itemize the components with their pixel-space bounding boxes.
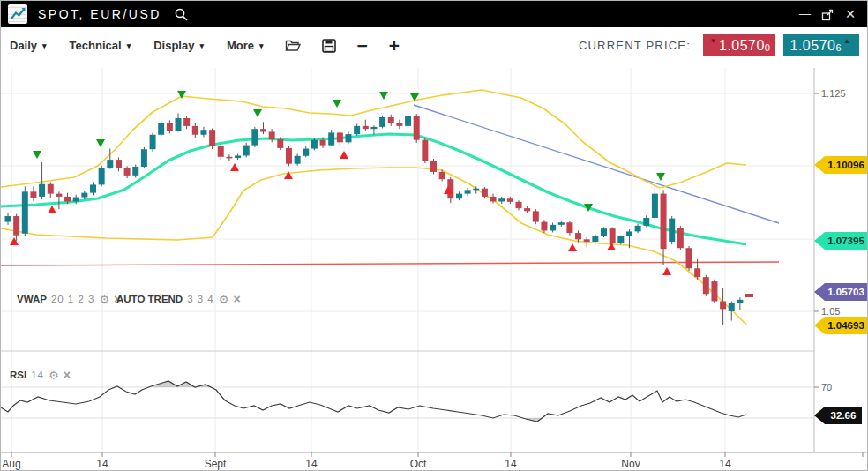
ask-price-button[interactable]: 1.0570 6 ▲: [783, 34, 859, 56]
close-icon[interactable]: ×: [64, 368, 71, 382]
svg-text:1.125: 1.125: [821, 88, 846, 99]
minimize-button[interactable]: —: [793, 1, 816, 27]
price-up-icon: ▲: [843, 37, 850, 45]
bid-pip: 0: [765, 42, 771, 53]
svg-text:14: 14: [305, 458, 318, 470]
restore-button[interactable]: [816, 1, 839, 27]
vwap-indicator-label: VWAP 20 1 2 3 ⚙ ×: [17, 292, 121, 306]
svg-text:Nov: Nov: [621, 458, 640, 470]
svg-text:1.04693: 1.04693: [827, 320, 864, 331]
toolbar: Daily ▾ Technical ▾ Display ▾ More ▾: [1, 27, 867, 64]
gear-icon[interactable]: ⚙: [99, 293, 109, 306]
trade-signals: [10, 91, 671, 275]
svg-text:1.05: 1.05: [821, 306, 840, 317]
chevron-down-icon: ▾: [199, 41, 204, 50]
svg-text:32.66: 32.66: [831, 410, 857, 421]
chevron-down-icon: ▾: [42, 41, 47, 50]
current-price-label: CURRENT PRICE:: [579, 39, 691, 52]
bid-value: 1.0570: [719, 38, 765, 54]
app-logo-icon: [8, 4, 27, 24]
rsi-indicator-label: RSI 14 ⚙ ×: [10, 368, 71, 382]
svg-text:14: 14: [96, 458, 108, 470]
auto-trend-indicator-label: AUTO TREND 3 3 4 ⚙ ×: [116, 292, 241, 306]
window-title: SPOT, EUR/USD: [38, 7, 161, 21]
zoom-in-icon[interactable]: +: [389, 37, 400, 55]
menu-display[interactable]: Display ▾: [153, 39, 204, 52]
svg-text:14: 14: [719, 458, 731, 470]
svg-text:Aug: Aug: [2, 458, 20, 470]
save-icon[interactable]: [322, 39, 336, 53]
open-folder-icon[interactable]: [285, 39, 301, 52]
ask-pip: 6: [835, 42, 842, 53]
svg-text:Sept: Sept: [205, 458, 227, 470]
zoom-out-icon[interactable]: −: [357, 37, 368, 55]
menu-daily[interactable]: Daily ▾: [10, 39, 47, 52]
chevron-down-icon: ▾: [259, 41, 264, 50]
svg-text:1.10096: 1.10096: [827, 160, 864, 170]
close-button[interactable]: ×: [839, 1, 862, 27]
chevron-down-icon: ▾: [127, 41, 131, 50]
menu-more[interactable]: More ▾: [227, 39, 264, 52]
price-chart-canvas[interactable]: 1.1251.0570Aug14Sept14Oct14Nov141.100961…: [1, 64, 868, 471]
svg-text:14: 14: [505, 458, 517, 470]
bid-price-button[interactable]: ▼ 1.0570 0: [703, 34, 775, 56]
gear-icon[interactable]: ⚙: [219, 293, 229, 306]
ask-value: 1.0570: [790, 38, 836, 54]
axes: 1.1251.0570Aug14Sept14Oct14Nov14: [1, 68, 868, 470]
svg-text:Oct: Oct: [410, 458, 427, 470]
search-icon[interactable]: [174, 7, 189, 22]
title-bar: SPOT, EUR/USD — ×: [1, 1, 867, 27]
price-down-icon: ▼: [710, 37, 717, 45]
svg-text:1.05703: 1.05703: [827, 287, 864, 297]
svg-text:70: 70: [821, 382, 832, 392]
menu-technical[interactable]: Technical ▾: [70, 39, 131, 52]
gear-icon[interactable]: ⚙: [49, 369, 59, 382]
close-icon[interactable]: ×: [233, 292, 240, 306]
trading-app-window: SPOT, EUR/USD — × Daily ▾ Technical ▾: [0, 0, 868, 471]
svg-text:1.07395: 1.07395: [827, 236, 864, 246]
